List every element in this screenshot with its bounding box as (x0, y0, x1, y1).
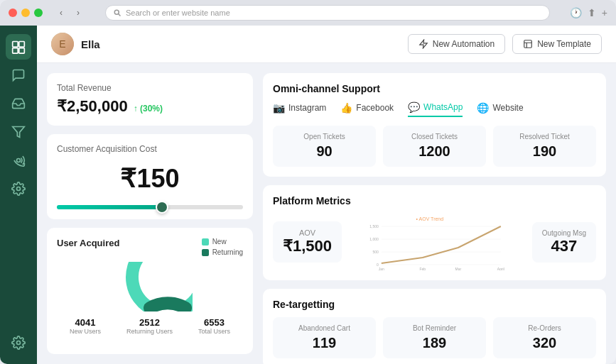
sidebar (0, 26, 37, 364)
donut-chart (57, 262, 243, 311)
open-tickets-card: Open Tickets 90 (273, 126, 376, 167)
new-users-label: New Users (70, 328, 101, 335)
omni-channel-card: Omni-channel Support 📷 Instagram 👍 Faceb… (263, 73, 606, 177)
legend-new-dot (202, 238, 209, 246)
instagram-icon: 📷 (273, 102, 285, 114)
outgoing-label: Outgoing Msg (542, 229, 586, 237)
add-tab-button[interactable]: + (602, 7, 607, 18)
user-acquired-title: User Acquired (57, 238, 119, 248)
revenue-value: ₹2,50,000 (57, 97, 128, 116)
svg-rect-2 (13, 42, 18, 48)
sidebar-item-broadcast[interactable] (6, 148, 31, 173)
website-tab[interactable]: 🌐 Website (477, 101, 523, 117)
reorders-card: Re-Orders 320 (493, 317, 596, 358)
back-button[interactable]: ‹ (54, 6, 68, 20)
abandoned-cart-card: Abandoned Cart 119 (273, 317, 376, 358)
facebook-tab[interactable]: 👍 Facebook (340, 101, 394, 117)
closed-tickets-value: 1200 (390, 143, 479, 160)
close-button[interactable] (9, 9, 17, 17)
share-icon: ⬆ (588, 7, 596, 18)
svg-text:• AOV Trend: • AOV Trend (416, 216, 444, 221)
legend-new: New (202, 238, 243, 246)
returning-users-value: 2512 (126, 317, 173, 328)
svg-marker-10 (420, 40, 428, 48)
sidebar-item-settings[interactable] (6, 330, 31, 355)
header-right: New Automation New Template (408, 34, 602, 54)
whatsapp-tab[interactable]: 💬 WhatsApp (408, 101, 463, 117)
address-bar[interactable]: Search or enter website name (105, 5, 550, 21)
bot-reminder-value: 189 (390, 335, 479, 351)
bot-reminder-card: Bot Reminder 189 (383, 317, 486, 358)
card-header: User Acquired New Returning (57, 238, 243, 256)
svg-text:1,500: 1,500 (369, 224, 379, 228)
bot-reminder-label: Bot Reminder (390, 324, 479, 332)
sidebar-item-chat[interactable] (6, 62, 31, 88)
new-automation-button[interactable]: New Automation (408, 34, 505, 54)
svg-point-7 (17, 159, 21, 162)
automation-icon (418, 39, 428, 49)
svg-point-9 (17, 341, 21, 345)
aov-label: AOV (283, 228, 332, 237)
svg-text:April: April (497, 267, 504, 270)
revenue-title: Total Revenue (57, 83, 243, 93)
facebook-icon: 👍 (340, 102, 352, 114)
legend: New Returning (202, 238, 243, 256)
sidebar-item-inbox[interactable] (6, 91, 31, 116)
svg-marker-6 (13, 127, 25, 138)
retargeting-card: Re-targetting Abandoned Cart 119 Bot Rem… (263, 289, 606, 364)
aov-box: AOV ₹1,500 (273, 221, 342, 263)
main-content: E Ella New Automation New Template (37, 26, 616, 364)
traffic-lights (9, 9, 43, 17)
retarget-row: Abandoned Cart 119 Bot Reminder 189 Re-O… (273, 317, 596, 358)
instagram-tab[interactable]: 📷 Instagram (273, 101, 326, 117)
template-icon (523, 39, 533, 49)
closed-tickets-label: Closed Tickets (390, 133, 479, 140)
total-users-stat: 6553 Total Users (198, 317, 230, 335)
avatar: E (51, 33, 74, 55)
abandoned-cart-label: Abandoned Cart (280, 324, 369, 332)
time-icon: 🕐 (570, 7, 582, 18)
forward-button[interactable]: › (71, 6, 85, 20)
slider-container (57, 205, 243, 209)
slider-thumb[interactable] (156, 201, 168, 214)
sidebar-item-home[interactable] (6, 34, 31, 60)
website-icon: 🌐 (477, 102, 489, 114)
titlebar: ‹ › Search or enter website name 🕐 ⬆ + (0, 0, 616, 26)
platform-inner: AOV ₹1,500 • AOV Trend 1,500 1,000 (273, 214, 596, 270)
maximize-button[interactable] (34, 9, 43, 17)
resolved-tickets-card: Resolved Ticket 190 (493, 126, 596, 167)
svg-rect-11 (524, 40, 532, 48)
svg-rect-3 (19, 42, 25, 48)
svg-rect-4 (13, 48, 18, 54)
sidebar-item-filter[interactable] (6, 119, 31, 145)
app-body: E Ella New Automation New Template (0, 26, 616, 364)
new-users-value: 4041 (70, 317, 101, 328)
abandoned-cart-value: 119 (280, 335, 369, 351)
svg-rect-5 (19, 48, 25, 54)
svg-text:Feb: Feb (420, 267, 426, 270)
minimize-button[interactable] (21, 9, 30, 17)
retarget-title: Re-targetting (273, 299, 596, 310)
aov-value: ₹1,500 (283, 237, 332, 255)
reorders-value: 320 (500, 335, 589, 351)
resolved-tickets-value: 190 (500, 143, 589, 160)
new-template-button[interactable]: New Template (512, 34, 602, 54)
aov-chart-svg: • AOV Trend 1,500 1,000 500 0 (349, 214, 525, 270)
left-column: Total Revenue ₹2,50,000 ↑ (30%) Customer… (47, 73, 253, 354)
total-users-label: Total Users (198, 328, 230, 335)
revenue-card: Total Revenue ₹2,50,000 ↑ (30%) (47, 73, 253, 126)
channel-tabs: 📷 Instagram 👍 Facebook 💬 WhatsApp (273, 101, 596, 117)
svg-point-0 (114, 10, 119, 14)
total-users-value: 6553 (198, 317, 230, 328)
sidebar-item-integrations[interactable] (6, 176, 31, 202)
closed-tickets-card: Closed Tickets 1200 (383, 126, 486, 167)
svg-point-8 (17, 187, 21, 191)
svg-text:Mar: Mar (455, 267, 462, 270)
new-users-stat: 4041 New Users (70, 317, 101, 335)
platform-title: Platform Metrics (273, 195, 596, 206)
donut-svg (107, 262, 193, 311)
svg-text:Jan: Jan (379, 267, 384, 270)
tickets-row: Open Tickets 90 Closed Tickets 1200 Reso… (273, 126, 596, 167)
slider-track (57, 205, 243, 209)
returning-users-label: Returning Users (126, 328, 173, 335)
